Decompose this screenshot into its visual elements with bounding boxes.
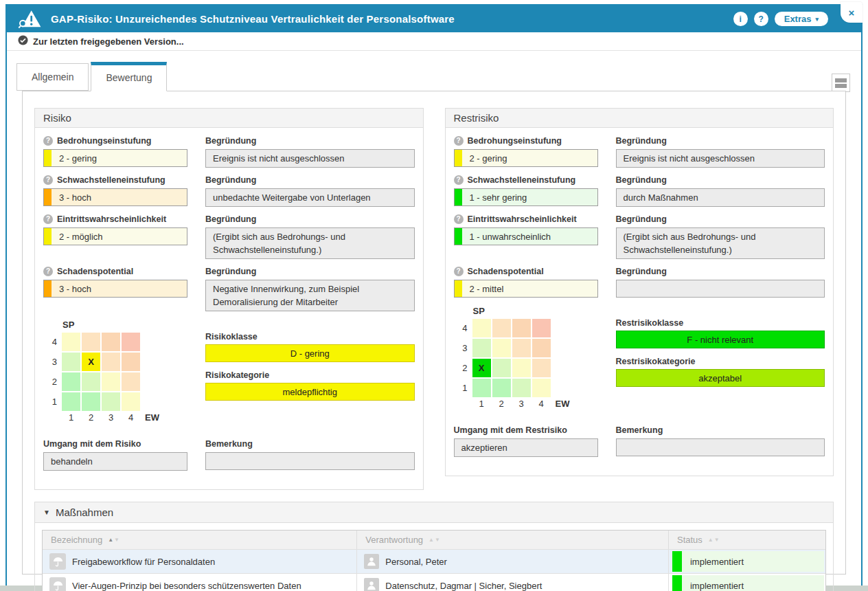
field-label: Eintrittswahrscheinlichkeit (468, 214, 577, 224)
reason-label: Begründung (616, 267, 667, 276)
residual-class-label: Restrisikoklasse (616, 318, 825, 328)
column-header-bezeichnung[interactable]: Bezeichnung ▲▼ (43, 531, 357, 549)
chevron-down-icon: ▾ (815, 16, 819, 23)
risk-dialog: GAP-Risiko: Unzureichendes Schutzniveau … (5, 4, 863, 586)
help-icon[interactable]: ? (454, 136, 464, 146)
extras-button[interactable]: Extras▾ (775, 12, 828, 26)
matrix-cell (122, 353, 140, 371)
matrix-cell (102, 392, 120, 411)
reason-input[interactable]: (Ergibt sich aus Bedrohungs- und Schwach… (616, 227, 825, 259)
handling-label: Umgang mit dem Restrisiko (454, 425, 567, 435)
collapse-caret-icon: ▼ (43, 509, 50, 516)
residual-class-value: F - nicht relevant (616, 331, 825, 348)
reason-input[interactable]: durch Maßnahmen (616, 188, 825, 207)
handling-input[interactable]: akzeptieren (454, 438, 598, 457)
rating-value: 1 - unwahrscheinlich (470, 232, 551, 242)
reason-input[interactable] (616, 280, 825, 298)
status-label: implementiert (690, 581, 744, 591)
rating-value: 3 - hoch (59, 192, 91, 203)
matrix-cell (472, 319, 491, 337)
reason-label: Begründung (205, 267, 256, 276)
field-label: Bedrohungseinstufung (57, 136, 152, 146)
handling-input[interactable]: behandeln (43, 452, 187, 471)
help-icon[interactable]: ? (43, 175, 53, 185)
rating-select[interactable]: 2 - möglich (43, 227, 187, 245)
reason-label: Begründung (616, 175, 667, 185)
reason-input[interactable]: Ereignis ist nicht ausgeschlossen (616, 149, 825, 168)
tab-allgemein[interactable]: Allgemein (16, 63, 89, 91)
reason-label: Begründung (616, 214, 667, 224)
rating-select[interactable]: 1 - unwahrscheinlich (454, 227, 598, 245)
panel-risiko-title: Risiko (35, 109, 423, 128)
matrix-cell (492, 359, 511, 377)
matrix-cell (492, 319, 511, 337)
matrix-cell (62, 353, 80, 371)
rating-select[interactable]: 2 - mittel (454, 280, 598, 298)
rating-select[interactable]: 2 - gering (43, 149, 187, 167)
matrix-cell (492, 379, 511, 397)
reason-input[interactable]: (Ergibt sich aus Bedrohungs- und Schwach… (205, 227, 415, 259)
reason-label: Begründung (205, 136, 256, 146)
note-input[interactable] (205, 452, 415, 470)
matrix-marker-cell: X (472, 359, 491, 377)
note-input[interactable] (616, 438, 825, 456)
massnahme-label: Freigabeworkflow für Personaldaten (72, 557, 215, 567)
reason-input[interactable]: unbedachte Weitergabe von Unterlagen (205, 188, 415, 207)
rating-select[interactable]: 2 - gering (454, 149, 598, 167)
reason-input[interactable]: Negative Innenwirkung, zum Beispiel Demo… (205, 280, 415, 311)
massnahme-label: Vier-Augen-Prinzip bei besonders schütze… (72, 581, 301, 591)
person-icon (364, 578, 379, 591)
responsible-label: Datenschutz, Dagmar | Sicher, Siegbert (385, 581, 542, 591)
matrix-cell (62, 372, 80, 391)
matrix-cell (82, 372, 100, 391)
reason-label: Begründung (205, 214, 256, 224)
rating-select[interactable]: 3 - hoch (43, 188, 187, 206)
matrix-cell (532, 359, 551, 377)
help-icon[interactable]: ? (43, 136, 53, 146)
responsible-label: Personal, Peter (385, 557, 447, 567)
version-link[interactable]: Zur letzten freigegebenen Version... (33, 36, 184, 47)
table-row[interactable]: Freigabeworkflow für PersonaldatenPerson… (43, 549, 825, 573)
umbrella-icon (49, 553, 66, 570)
help-icon[interactable]: ? (43, 214, 53, 224)
matrix-cell (472, 379, 491, 397)
help-icon[interactable]: ? (454, 267, 464, 276)
risk-matrix: SP43X211234EW (43, 320, 187, 424)
help-icon[interactable]: ? (43, 267, 53, 276)
massnahmen-collapse-header[interactable]: ▼ Maßnahmen (35, 502, 833, 523)
massnahmen-title: Maßnahmen (56, 506, 113, 518)
help-icon[interactable]: ? (454, 175, 464, 185)
column-header-status[interactable]: Status ▲▼ (669, 531, 825, 549)
reason-input[interactable]: Ereignis ist nicht ausgeschlossen (205, 149, 415, 168)
rating-select[interactable]: 1 - sehr gering (454, 188, 598, 206)
table-row[interactable]: Vier-Augen-Prinzip bei besonders schütze… (43, 573, 825, 591)
info-button[interactable]: i (733, 12, 748, 26)
help-button[interactable]: ? (754, 12, 768, 26)
sort-icons: ▲▼ (108, 537, 119, 543)
status-label: implementiert (690, 557, 744, 567)
matrix-cell (512, 359, 531, 377)
tab-bar: Allgemein Bewertung (16, 62, 861, 91)
page-title: GAP-Risiko: Unzureichendes Schutzniveau … (51, 13, 455, 25)
matrix-cell (102, 333, 120, 351)
risk-category-value: meldepflichtig (205, 383, 415, 401)
field-label: Schadenspotential (468, 267, 544, 276)
status-badge: implementiert (672, 551, 824, 572)
rating-select[interactable]: 3 - hoch (43, 280, 187, 298)
status-color-strip (672, 575, 682, 591)
field-label: Bedrohungseinstufung (468, 136, 562, 146)
matrix-cell (102, 353, 120, 371)
matrix-cell (532, 319, 551, 337)
close-button[interactable]: × (841, 2, 863, 23)
rating-value: 2 - möglich (59, 232, 103, 242)
tab-bewertung[interactable]: Bewertung (91, 62, 167, 91)
status-color-strip (672, 551, 682, 572)
column-header-verantwortung[interactable]: Verantwortung ▲▼ (357, 531, 669, 549)
status-badge: implementiert (672, 575, 824, 591)
note-label: Bemerkung (616, 425, 663, 435)
column-label: Status (677, 535, 703, 545)
panel-restrisiko: Restrisiko ? Bedrohungseinstufung 2 - ge… (445, 108, 834, 476)
help-icon[interactable]: ? (454, 214, 464, 224)
content-card: Risiko ? Bedrohungseinstufung 2 - gering (22, 91, 846, 575)
table-header-row: Bezeichnung ▲▼ Verantwortung ▲▼ Status ▲… (43, 531, 825, 549)
